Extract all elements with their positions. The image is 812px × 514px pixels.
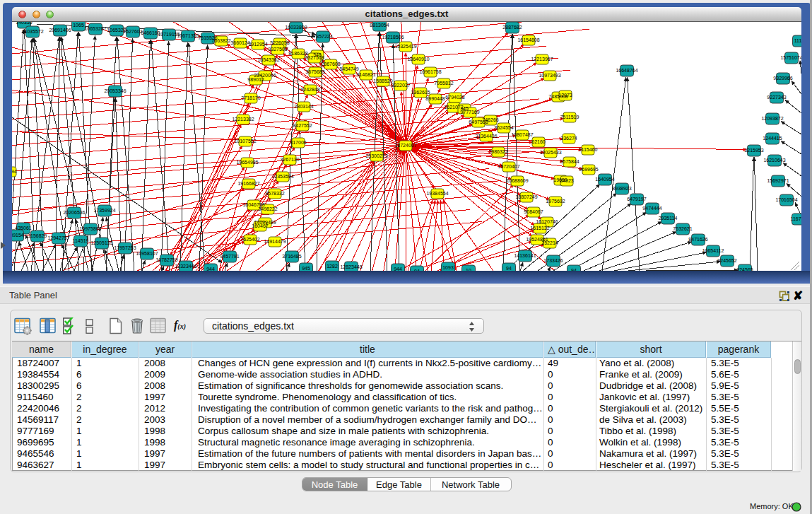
svg-text:16210643: 16210643	[763, 158, 785, 163]
svg-text:12505135: 12505135	[90, 240, 112, 245]
svg-text:20691406: 20691406	[49, 28, 71, 33]
svg-text:9115460: 9115460	[579, 147, 598, 152]
svg-text:12353594: 12353594	[271, 174, 293, 179]
svg-text:39154: 39154	[12, 233, 24, 238]
svg-text:2867608: 2867608	[321, 62, 340, 66]
svg-text:3267130: 3267130	[280, 157, 299, 162]
svg-text:12213967: 12213967	[531, 57, 553, 62]
svg-text:18807249: 18807249	[515, 194, 537, 199]
svg-text:8990448: 8990448	[425, 96, 445, 101]
svg-text:7625402: 7625402	[240, 237, 259, 242]
svg-text:25300273: 25300273	[365, 153, 387, 158]
svg-text:10671355: 10671355	[177, 33, 199, 38]
svg-text:21364436: 21364436	[475, 134, 497, 139]
svg-text:16961758: 16961758	[419, 69, 441, 74]
svg-text:1093: 1093	[442, 265, 454, 270]
svg-text:3716485: 3716485	[282, 254, 301, 259]
svg-text:1244415: 1244415	[763, 136, 782, 141]
svg-text:10975867: 10975867	[79, 226, 101, 231]
svg-text:16648764: 16648764	[616, 68, 637, 73]
svg-text:14914479: 14914479	[264, 239, 286, 244]
svg-text:5226058: 5226058	[270, 40, 289, 45]
svg-text:16154808: 16154808	[517, 37, 539, 42]
svg-text:9084067: 9084067	[524, 209, 543, 214]
svg-text:17016504: 17016504	[775, 197, 797, 202]
svg-text:14136141: 14136141	[514, 253, 536, 258]
svg-text:9699695: 9699695	[579, 167, 598, 172]
svg-text:17359924: 17359924	[93, 208, 115, 213]
svg-text:19166827: 19166827	[237, 181, 259, 186]
svg-text:945: 945	[302, 266, 310, 271]
svg-text:336274: 336274	[560, 136, 577, 141]
svg-text:6794028: 6794028	[445, 95, 464, 100]
svg-text:435061: 435061	[15, 226, 31, 230]
svg-text:1615132: 1615132	[530, 226, 549, 230]
svg-text:10325419: 10325419	[394, 44, 416, 49]
svg-text:12973: 12973	[558, 93, 572, 98]
svg-text:1156829: 1156829	[28, 233, 47, 238]
svg-text:8322037: 8322037	[391, 83, 410, 88]
svg-text:10025433: 10025433	[539, 150, 561, 155]
svg-text:20053346: 20053346	[104, 88, 126, 93]
svg-text:9245652: 9245652	[717, 258, 736, 263]
svg-text:1527602: 1527602	[123, 29, 142, 34]
svg-text:1733426: 1733426	[543, 258, 563, 263]
svg-text:20206536: 20206536	[63, 210, 85, 215]
svg-text:62160: 62160	[531, 139, 546, 144]
svg-text:19384554: 19384554	[426, 191, 448, 196]
svg-text:252214: 252214	[541, 240, 558, 245]
svg-text:10973493: 10973493	[539, 73, 560, 78]
svg-text:10654112: 10654112	[702, 248, 724, 253]
svg-text:10653287: 10653287	[84, 26, 106, 31]
svg-text:16033809: 16033809	[285, 25, 307, 30]
svg-text:116753: 116753	[791, 216, 801, 221]
svg-text:114519: 114519	[73, 238, 89, 243]
svg-text:10958107: 10958107	[136, 251, 158, 256]
svg-text:9457791: 9457791	[220, 254, 239, 259]
svg-text:6497568: 6497568	[469, 119, 488, 124]
svg-text:7955812: 7955812	[434, 81, 453, 86]
svg-text:9227343: 9227343	[767, 95, 786, 100]
svg-text:12093872: 12093872	[761, 116, 783, 121]
svg-text:19218506: 19218506	[382, 35, 404, 40]
svg-text:8471626: 8471626	[688, 237, 707, 242]
svg-text:10: 10	[466, 268, 471, 271]
svg-text:2803144: 2803144	[294, 104, 313, 109]
svg-text:17957253: 17957253	[114, 245, 136, 250]
svg-text:15751074: 15751074	[780, 55, 801, 60]
svg-text:9146821: 9146821	[356, 72, 375, 77]
svg-text:1362615: 1362615	[411, 90, 430, 95]
svg-text:9242848: 9242848	[300, 87, 319, 92]
svg-text:1112: 1112	[794, 38, 801, 43]
svg-text:7632621: 7632621	[673, 226, 692, 231]
svg-text:3675685: 3675685	[305, 69, 324, 74]
svg-text:7357224: 7357224	[313, 34, 332, 39]
svg-text:140355: 140355	[16, 22, 32, 25]
svg-text:1282: 1282	[326, 264, 338, 269]
svg-text:160467: 160467	[252, 223, 268, 228]
svg-text:7986322: 7986322	[488, 149, 507, 154]
svg-text:16782759: 16782759	[155, 257, 177, 262]
svg-text:2887682: 2887682	[502, 25, 522, 30]
svg-text:2935114: 2935114	[659, 216, 678, 221]
svg-text:16543362: 16543362	[257, 57, 279, 62]
svg-text:10807487: 10807487	[511, 132, 533, 137]
svg-text:18640910: 18640910	[407, 57, 429, 62]
svg-text:9327508: 9327508	[268, 47, 287, 52]
svg-text:94: 94	[571, 268, 577, 271]
svg-text:8813054: 8813054	[370, 23, 389, 28]
svg-text:7515526: 7515526	[198, 35, 217, 40]
svg-text:3912954: 3912954	[248, 42, 267, 47]
svg-text:1640954: 1640954	[595, 177, 614, 182]
svg-text:8578332: 8578332	[265, 191, 284, 196]
svg-text:94: 94	[506, 266, 512, 271]
svg-text:34923: 34923	[560, 178, 574, 183]
svg-text:9329966: 9329966	[773, 76, 792, 81]
svg-text:12213382: 12213382	[232, 117, 254, 122]
svg-text:1975692: 1975692	[546, 199, 565, 204]
svg-text:3624554: 3624554	[494, 125, 513, 130]
svg-text:924565: 924565	[736, 267, 753, 271]
svg-text:16120746: 16120746	[536, 219, 558, 224]
svg-text:8454749: 8454749	[339, 66, 358, 71]
svg-text:9327508: 9327508	[305, 55, 324, 60]
